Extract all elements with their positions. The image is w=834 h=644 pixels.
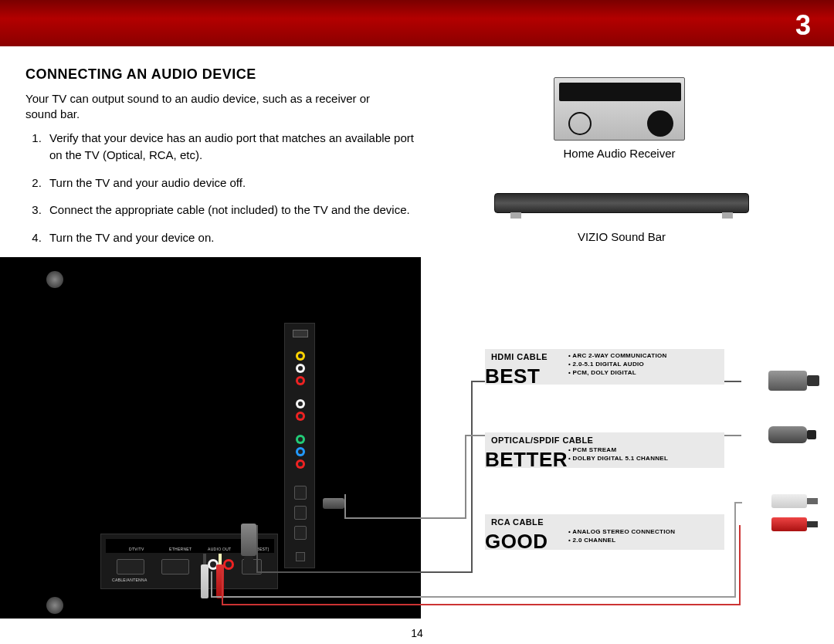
- rca-strip-title: RCA CABLE: [491, 517, 718, 527]
- ethernet-port: [161, 559, 189, 575]
- component-pb-blue-port: [296, 435, 305, 444]
- hdmi-side-port-2: [294, 506, 307, 520]
- rca-white-connector-tip: [771, 494, 807, 508]
- page-number-top: 3: [795, 9, 811, 42]
- rca-white-cable-wire: [734, 502, 742, 503]
- component-y-green-port: [296, 447, 305, 456]
- optical-cable-wire: [344, 494, 346, 517]
- steps-list: Verify that your device has an audio por…: [45, 130, 415, 257]
- usb-port-icon: [293, 330, 308, 337]
- screw-icon: [46, 271, 63, 288]
- tv-side-port-panel: [284, 323, 315, 568]
- hdmi-rank-label: BEST: [485, 364, 540, 388]
- component-audio-white-port: [296, 399, 305, 408]
- step-3: Connect the appropriate cable (not inclu…: [45, 202, 415, 219]
- bottom-label-audioout: AUDIO OUT: [208, 547, 231, 551]
- tv-back-illustration: DTV/TV ETHERNET AUDIO OUT HDMI [BEST] CA…: [0, 257, 421, 619]
- rca-red-cable-wire: [739, 525, 741, 605]
- optical-cable-wire: [465, 435, 466, 519]
- optical-cable-wire: [344, 517, 466, 519]
- hdmi-plug-at-tv: [241, 524, 256, 556]
- component-pr-red-port: [296, 459, 305, 469]
- coax-antenna-port: [117, 559, 144, 575]
- composite-audio-red-port: [296, 376, 305, 385]
- hdmi-strip-bullets: • ARC 2-WAY COMMUNICATION • 2.0-5.1 DIGI…: [568, 352, 667, 377]
- section-heading: CONNECTING AN AUDIO DEVICE: [25, 66, 256, 83]
- hdmi-side-port-3: [294, 526, 307, 540]
- step-2: Turn the TV and your audio device off.: [45, 175, 415, 192]
- step-1: Verify that your device has an audio por…: [45, 130, 415, 164]
- rca-rank-label: GOOD: [485, 530, 548, 554]
- optical-strip-bullets: • PCM STREAM • DOLBY DIGITAL 5.1 CHANNEL: [568, 446, 668, 463]
- intro-paragraph: Your TV can output sound to an audio dev…: [25, 91, 404, 123]
- optical-strip-title: OPTICAL/SPDIF CABLE: [491, 436, 718, 445]
- hdmi-cable-wire: [471, 381, 473, 573]
- rca-white-cable-wire: [211, 596, 736, 598]
- composite-audio-white-port: [296, 364, 305, 373]
- optical-rank-label: BETTER: [485, 448, 568, 472]
- optical-plug-at-tv: [323, 498, 344, 509]
- hdmi-cable-wire: [256, 571, 473, 573]
- screw-icon: [46, 597, 63, 614]
- page-number-bottom: 14: [0, 627, 834, 639]
- hdmi-side-port-1: [294, 486, 307, 500]
- bottom-label-dtv: DTV/TV: [129, 547, 144, 551]
- soundbar-illustration: [494, 193, 749, 213]
- rca-red-cable-wire: [222, 604, 741, 605]
- rca-strip-bullets: • ANALOG STEREO CONNECTION • 2.0 CHANNEL: [568, 528, 675, 545]
- hdmi-cable-wire: [256, 525, 258, 571]
- bottom-label-cable: CABLE/ANTENNA: [112, 578, 147, 582]
- header-bar: 3: [0, 0, 834, 46]
- rca-red-cable-wire: [222, 571, 223, 605]
- rca-red-connector-tip: [771, 517, 807, 531]
- composite-video-yellow-port: [296, 351, 305, 361]
- rca-out-red-port: [223, 559, 234, 570]
- rca-white-cable-wire: [734, 502, 736, 598]
- optical-connector-tip: [768, 426, 807, 443]
- hdmi-connector-tip: [768, 371, 807, 391]
- home-receiver-illustration: [554, 77, 685, 141]
- step-4: Turn the TV and your device on.: [45, 229, 415, 246]
- soundbar-label: VIZIO Sound Bar: [494, 230, 749, 243]
- home-receiver-label: Home Audio Receiver: [554, 147, 685, 160]
- bottom-label-ethernet: ETHERNET: [169, 547, 192, 551]
- component-audio-red-port: [296, 412, 305, 421]
- optical-audio-out-port: [296, 552, 305, 561]
- rca-white-plug-at-tv: [201, 564, 208, 598]
- rca-white-cable-wire: [211, 571, 212, 598]
